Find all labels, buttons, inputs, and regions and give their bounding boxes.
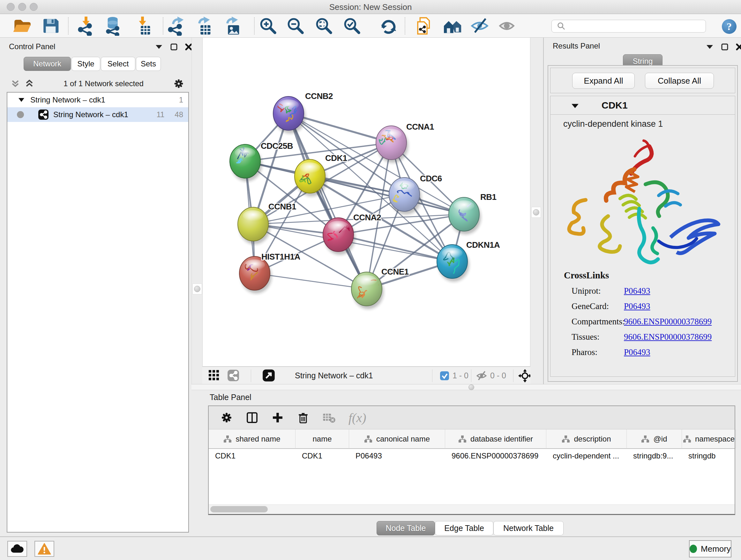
tab-edge-table[interactable]: Edge Table — [435, 521, 493, 536]
open-session-button[interactable] — [10, 16, 33, 36]
collapse-all-icon[interactable] — [10, 79, 20, 88]
left-splitter-handle[interactable] — [192, 284, 202, 294]
network-node-ccnb1[interactable]: CCNB1 — [238, 202, 296, 244]
memory-button[interactable]: Memory — [689, 540, 731, 557]
table-cell[interactable]: CDK1 — [209, 451, 295, 460]
network-options-gear-icon[interactable] — [173, 78, 185, 89]
column-header-description[interactable]: description — [546, 429, 627, 449]
selected-checkbox-icon[interactable] — [440, 371, 449, 381]
tab-node-table[interactable]: Node Table — [377, 521, 435, 536]
selected-count: 1 - 0 — [453, 371, 468, 380]
horizontal-splitter[interactable] — [192, 384, 741, 390]
network-node-hist1h1a[interactable]: HIST1H1A — [239, 252, 300, 294]
network-row-selected[interactable]: String Network – cdk1 11 48 — [7, 107, 188, 122]
column-source-icon — [562, 435, 570, 443]
show-all-button[interactable] — [495, 16, 518, 36]
table-cell[interactable]: stringdb — [682, 451, 736, 460]
table-options-gear-icon[interactable] — [220, 411, 233, 424]
column-header-namespace[interactable]: namespace — [682, 429, 736, 449]
collection-label: String Network – cdk1 — [30, 96, 105, 105]
right-splitter[interactable] — [530, 38, 543, 384]
network-overview-icon[interactable] — [227, 369, 239, 381]
crosslink-row: Pharos:P06493 — [564, 348, 730, 357]
tab-network-table[interactable]: Network Table — [493, 521, 563, 536]
tab-select[interactable]: Select — [101, 57, 135, 71]
tree-expand-icon[interactable] — [18, 98, 24, 102]
network-node-cdkn1a[interactable]: CDKN1A — [437, 240, 500, 282]
export-network-button[interactable] — [165, 16, 188, 36]
warnings-button[interactable] — [35, 541, 54, 557]
close-panel-icon[interactable] — [185, 44, 192, 51]
network-node-cdc6[interactable]: CDC6 — [389, 174, 442, 214]
hscrollbar-thumb[interactable] — [210, 506, 268, 512]
crosslink-link[interactable]: P06493 — [624, 286, 650, 296]
zoom-selected-button[interactable] — [340, 16, 363, 36]
zoom-in-button[interactable] — [257, 16, 280, 36]
current-network-title: String Network – cdk1 — [295, 371, 373, 380]
table-panel: Table Panel — [192, 390, 741, 537]
zoom-out-button[interactable] — [284, 16, 307, 36]
column-header-canonical-name[interactable]: canonical name — [349, 429, 445, 449]
network-collection-row[interactable]: String Network – cdk1 1 — [7, 92, 188, 107]
crosslink-link[interactable]: 9606.ENSP00000378699 — [624, 317, 712, 327]
import-table-button[interactable] — [131, 16, 154, 36]
left-splitter[interactable] — [192, 38, 202, 384]
crosslink-link[interactable]: 9606.ENSP00000378699 — [624, 332, 712, 342]
search-input[interactable] — [568, 22, 705, 30]
collapse-section-icon[interactable] — [571, 103, 579, 109]
show-columns-icon[interactable] — [246, 411, 259, 424]
birds-eye-grid-icon[interactable] — [209, 370, 219, 381]
column-header-database-identifier[interactable]: database identifier — [445, 429, 546, 449]
panel-menu-icon[interactable] — [155, 44, 163, 50]
tab-network[interactable]: Network — [23, 57, 71, 71]
add-column-icon[interactable] — [271, 411, 284, 424]
expand-all-icon[interactable] — [24, 79, 34, 88]
table-cell[interactable]: stringdb:9... — [627, 451, 682, 460]
expand-all-button[interactable]: Expand All — [572, 73, 635, 89]
crosslink-row: Compartments:9606.ENSP00000378699 — [564, 317, 730, 327]
clone-network-button[interactable] — [413, 16, 435, 36]
tab-sets[interactable]: Sets — [136, 57, 161, 71]
help-button[interactable]: ? — [722, 19, 737, 34]
table-cell[interactable]: CDK1 — [295, 451, 349, 460]
horizontal-splitter-handle[interactable] — [468, 384, 474, 390]
refresh-button[interactable] — [377, 16, 400, 36]
export-table-button[interactable] — [192, 16, 215, 36]
table-cell[interactable]: P06493 — [349, 451, 445, 460]
export-image-button[interactable] — [220, 16, 243, 36]
panel-menu-icon[interactable] — [706, 44, 714, 50]
column-header-label: namespace — [695, 435, 735, 443]
hide-selected-button[interactable] — [468, 16, 491, 36]
network-node-cdk1[interactable]: CDK1 — [294, 153, 347, 196]
import-network-button[interactable] — [75, 16, 98, 36]
crosslink-link[interactable]: P06493 — [624, 348, 650, 357]
memory-label: Memory — [701, 544, 731, 554]
column-header--id[interactable]: @id — [627, 429, 682, 449]
hidden-count: 0 - 0 — [490, 371, 506, 380]
float-panel-icon[interactable] — [171, 44, 178, 51]
first-neighbors-button[interactable] — [441, 16, 464, 36]
column-header-name[interactable]: name — [295, 429, 349, 449]
float-panel-icon[interactable] — [721, 44, 728, 51]
gene-section-header[interactable]: CDK1 — [550, 96, 735, 115]
close-panel-icon[interactable] — [736, 44, 741, 51]
toolbar-search — [551, 20, 706, 33]
network-node-cdc25b[interactable]: CDC25B — [230, 141, 293, 181]
table-cell[interactable]: 9606.ENSP00000378699 — [445, 451, 546, 460]
cloud-status-button[interactable] — [7, 541, 27, 557]
network-canvas[interactable]: CCNB2CCNA1CDC25BCDK1CDC6RB1CCNB1CCNA2CDK… — [202, 38, 530, 367]
memory-status-dot — [690, 545, 697, 553]
import-database-button[interactable] — [102, 16, 125, 36]
collapse-all-button[interactable]: Collapse All — [645, 73, 714, 89]
column-header-shared-name[interactable]: shared name — [209, 429, 295, 449]
table-cell[interactable]: cyclin-dependent ... — [546, 451, 627, 460]
crosslink-link[interactable]: P06493 — [624, 301, 650, 311]
network-node-rb1[interactable]: RB1 — [449, 192, 496, 234]
table-hscrollbar[interactable] — [209, 504, 735, 514]
tab-style[interactable]: Style — [71, 57, 100, 71]
goto-network-icon[interactable] — [262, 369, 275, 382]
zoom-fit-button[interactable] — [313, 16, 335, 36]
right-splitter-handle[interactable] — [531, 207, 541, 218]
save-session-button[interactable] — [39, 16, 62, 36]
delete-column-trash-icon[interactable] — [297, 411, 310, 424]
